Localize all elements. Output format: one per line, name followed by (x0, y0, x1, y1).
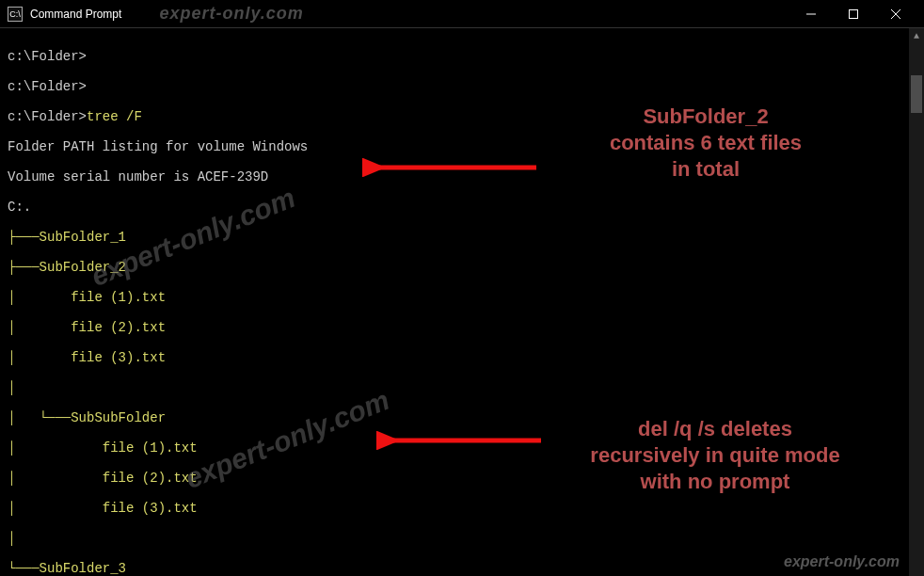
tree-file: │ file (1).txt (8, 440, 916, 456)
window-title: Command Prompt (30, 8, 121, 21)
scroll-up-icon[interactable]: ▲ (909, 28, 924, 43)
tree-folder: ├───SubFolder_2 (8, 260, 916, 275)
output-line: C:. (8, 200, 916, 215)
tree-file: │ file (2).txt (8, 471, 916, 486)
svg-rect-1 (849, 9, 857, 18)
scroll-thumb[interactable] (911, 75, 922, 113)
minimize-button[interactable] (789, 0, 832, 28)
output-line: Volume serial number is ACEF-239D (8, 169, 916, 184)
cmd-line: c:\Folder>tree /F (8, 109, 916, 124)
prompt-line: c:\Folder> (8, 49, 916, 64)
window-titlebar: C:\ Command Prompt expert-only.com (0, 0, 924, 28)
tree-file: │ file (1).txt (8, 290, 916, 305)
tree-line: │ (8, 380, 916, 395)
scrollbar[interactable]: ▲ (909, 28, 924, 576)
tree-file: │ file (3).txt (8, 350, 916, 365)
tree-folder: │ └───SubSubFolder (8, 410, 916, 425)
terminal-output[interactable]: c:\Folder> c:\Folder> c:\Folder>tree /F … (0, 28, 924, 576)
tree-file: │ file (2).txt (8, 320, 916, 335)
prompt-line: c:\Folder> (8, 79, 916, 94)
tree-file: │ file (3).txt (8, 501, 916, 516)
watermark-titlebar: expert-only.com (159, 4, 303, 24)
close-button[interactable] (874, 0, 916, 28)
output-line: Folder PATH listing for volume Windows (8, 139, 916, 154)
cmd-icon: C:\ (8, 7, 23, 22)
maximize-button[interactable] (832, 0, 874, 28)
tree-line: │ (8, 531, 916, 546)
tree-folder: └───SubFolder_3 (8, 561, 916, 576)
tree-folder: ├───SubFolder_1 (8, 230, 916, 245)
